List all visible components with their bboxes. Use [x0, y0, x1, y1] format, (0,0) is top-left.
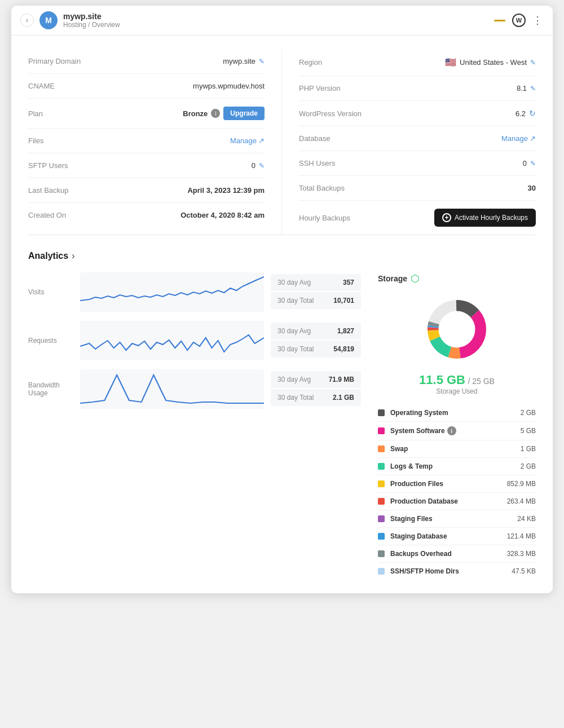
- storage-color-dot: [378, 498, 385, 505]
- php-version-row: PHP Version 8.1 ✎: [299, 76, 536, 101]
- analytics-arrow-icon[interactable]: ›: [72, 251, 74, 261]
- storage-color-dot: [378, 480, 385, 487]
- sftp-users-label: SFTP Users: [28, 161, 68, 170]
- storage-color-dot: [378, 515, 385, 522]
- storage-color-dot: [378, 427, 385, 434]
- storage-item-size: 852.9 MB: [507, 480, 536, 488]
- storage-color-dot: [378, 550, 385, 557]
- plan-info-icon[interactable]: i: [211, 109, 220, 118]
- storage-color-dot: [378, 409, 385, 416]
- storage-color-dot: [378, 445, 385, 452]
- storage-item-size: 263.4 MB: [507, 497, 536, 505]
- info-col-right: Region 🇺🇸 United States - West ✎ PHP Ver…: [282, 49, 536, 235]
- cname-row: CNAME mywps.wpmudev.host: [28, 74, 265, 99]
- minimize-icon: [494, 20, 505, 21]
- analytics-section: Analytics › Visits: [28, 251, 536, 580]
- storage-item: Staging Files24 KB: [378, 510, 536, 528]
- php-version-label: PHP Version: [299, 84, 340, 92]
- hourly-backups-label: Hourly Backups: [299, 214, 350, 222]
- storage-item-size: 328.3 MB: [507, 550, 536, 558]
- last-backup-value: April 3, 2023 12:39 pm: [187, 186, 265, 195]
- storage-item-name: Staging Database: [390, 532, 501, 540]
- storage-item: Logs & Temp2 GB: [378, 458, 536, 475]
- wp-version-value: 6.2 ↻: [515, 109, 536, 118]
- database-label: Database: [299, 134, 331, 143]
- storage-column: Storage ⬡: [378, 272, 536, 580]
- title-info: mywp.site Hosting / Overview: [63, 12, 120, 29]
- last-backup-row: Last Backup April 3, 2023 12:39 pm: [28, 178, 265, 203]
- info-grid: Primary Domain mywp.site ✎ CNAME mywps.w…: [28, 49, 536, 235]
- storage-item-name: Operating System: [390, 409, 515, 417]
- more-options-icon[interactable]: ⋮: [532, 14, 544, 27]
- visits-chart-area: [80, 272, 264, 312]
- bandwidth-total-row: 30 day Total 2.1 GB: [271, 389, 361, 406]
- cname-value: mywps.wpmudev.host: [193, 82, 265, 90]
- database-manage-link[interactable]: Manage ↗: [501, 134, 536, 143]
- ssh-users-label: SSH Users: [299, 159, 335, 167]
- svg-point-10: [439, 311, 475, 348]
- bandwidth-chart-label: Bandwidth Usage: [28, 381, 73, 397]
- storage-item-name: Logs & Temp: [390, 462, 515, 470]
- region-flag: 🇺🇸: [445, 57, 456, 68]
- activate-hourly-backups-button[interactable]: + Activate Hourly Backups: [434, 209, 536, 227]
- storage-item: Operating System2 GB: [378, 404, 536, 422]
- storage-header: Storage ⬡: [378, 272, 420, 285]
- visits-chart-stats: 30 day Avg 357 30 day Total 10,701: [271, 274, 361, 310]
- files-label: Files: [28, 136, 43, 145]
- php-version-value: 8.1 ✎: [517, 84, 536, 92]
- title-bar-left: ‹ M mywp.site Hosting / Overview: [20, 11, 120, 29]
- created-on-label: Created On: [28, 211, 66, 219]
- info-col-left: Primary Domain mywp.site ✎ CNAME mywps.w…: [28, 49, 282, 235]
- primary-domain-value: mywp.site ✎: [223, 57, 265, 65]
- database-row: Database Manage ↗: [299, 126, 536, 151]
- storage-used-text: 11.5 GB / 25 GB Storage Used: [419, 373, 495, 395]
- breadcrumb: Hosting / Overview: [63, 21, 120, 29]
- files-manage-link[interactable]: Manage ↗: [230, 136, 265, 145]
- wordpress-icon[interactable]: W: [512, 14, 526, 27]
- analytics-body: Visits 30 day Avg 357: [28, 272, 536, 580]
- storage-total-gb: / 25 GB: [468, 377, 494, 386]
- storage-item-size: 2 GB: [521, 409, 536, 417]
- storage-item: Production Files852.9 MB: [378, 475, 536, 493]
- storage-color-dot: [378, 568, 385, 575]
- requests-total-row: 30 day Total 54,819: [271, 341, 361, 358]
- charts-column: Visits 30 day Avg 357: [28, 272, 361, 580]
- sftp-users-edit-icon[interactable]: ✎: [259, 162, 265, 170]
- ssh-users-row: SSH Users 0 ✎: [299, 151, 536, 176]
- wp-version-refresh-icon[interactable]: ↻: [529, 109, 536, 118]
- files-row: Files Manage ↗: [28, 129, 265, 153]
- ssh-users-edit-icon[interactable]: ✎: [530, 160, 536, 167]
- region-row: Region 🇺🇸 United States - West ✎: [299, 49, 536, 76]
- external-link-icon: ↗: [258, 136, 265, 145]
- site-title: mywp.site: [63, 12, 120, 21]
- region-edit-icon[interactable]: ✎: [530, 59, 536, 67]
- primary-domain-edit-icon[interactable]: ✎: [259, 58, 265, 65]
- total-backups-label: Total Backups: [299, 184, 345, 192]
- sftp-users-value: 0 ✎: [252, 161, 265, 170]
- plan-label: Plan: [28, 109, 43, 118]
- storage-item-name: Backups Overhead: [390, 550, 501, 558]
- primary-domain-label: Primary Domain: [28, 57, 81, 65]
- wp-version-label: WordPress Version: [299, 109, 362, 118]
- visits-avg-row: 30 day Avg 357: [271, 274, 361, 291]
- total-backups-row: Total Backups 30: [299, 176, 536, 201]
- upgrade-button[interactable]: Upgrade: [223, 107, 265, 120]
- storage-item: SSH/SFTP Home Dirs47.5 KB: [378, 563, 536, 580]
- bandwidth-avg-row: 30 day Avg 71.9 MB: [271, 371, 361, 388]
- bandwidth-chart-area: [80, 369, 264, 409]
- storage-stack-icon: ⬡: [411, 272, 420, 285]
- bandwidth-chart-stats: 30 day Avg 71.9 MB 30 day Total 2.1 GB: [271, 371, 361, 407]
- storage-item-size: 24 KB: [517, 515, 536, 523]
- region-value: 🇺🇸 United States - West ✎: [445, 57, 536, 68]
- database-value: Manage ↗: [501, 134, 536, 143]
- primary-domain-row: Primary Domain mywp.site ✎: [28, 49, 265, 74]
- php-version-edit-icon[interactable]: ✎: [530, 85, 536, 92]
- hourly-backups-row: Hourly Backups + Activate Hourly Backups: [299, 201, 536, 235]
- requests-chart-area: [80, 321, 264, 360]
- visits-total-row: 30 day Total 10,701: [271, 292, 361, 309]
- storage-item-info-icon[interactable]: i: [447, 426, 456, 435]
- back-button[interactable]: ‹: [20, 14, 34, 27]
- external-link-icon-2: ↗: [530, 134, 536, 143]
- storage-item-size: 2 GB: [521, 462, 536, 470]
- hourly-backups-value: + Activate Hourly Backups: [434, 209, 536, 227]
